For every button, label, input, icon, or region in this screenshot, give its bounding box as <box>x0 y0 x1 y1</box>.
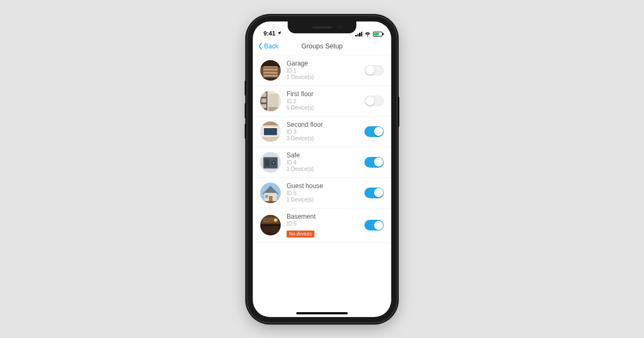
group-info: Guest houseID 51 Device(s) <box>287 182 358 204</box>
group-info: BasementID 6No devices <box>287 213 358 239</box>
group-toggle[interactable] <box>364 126 384 137</box>
group-toggle[interactable] <box>364 157 384 168</box>
wifi-icon <box>364 32 371 37</box>
group-info: SafeID 41 Device(s) <box>287 152 358 173</box>
group-name: Second floor <box>287 121 358 129</box>
toggle-knob <box>374 157 383 167</box>
group-thumbnail <box>260 183 281 203</box>
svg-rect-29 <box>266 195 268 198</box>
nav-bar: Back Groups Setup <box>253 38 391 55</box>
svg-rect-13 <box>268 94 279 107</box>
group-row[interactable]: First floorID 25 Device(s) <box>253 86 391 117</box>
screen: 9:41 <box>253 21 391 317</box>
group-info: Second floorID 33 Device(s) <box>287 121 358 142</box>
home-indicator[interactable] <box>296 312 348 314</box>
toggle-knob <box>374 127 383 136</box>
svg-rect-7 <box>260 77 281 81</box>
group-devices-count: 1 Device(s) <box>287 74 358 81</box>
phone-frame: 9:41 <box>247 16 397 322</box>
speaker-grill <box>312 26 332 28</box>
toggle-knob <box>374 188 383 197</box>
svg-rect-12 <box>261 104 267 108</box>
group-name: Basement <box>287 213 358 221</box>
battery-icon <box>373 32 383 37</box>
svg-rect-34 <box>262 226 279 233</box>
svg-rect-18 <box>260 136 281 142</box>
group-name: Garage <box>287 60 358 68</box>
svg-rect-19 <box>260 121 281 126</box>
toggle-knob <box>365 66 375 75</box>
svg-rect-14 <box>268 107 281 111</box>
svg-rect-30 <box>260 201 281 203</box>
group-name: First floor <box>287 90 358 98</box>
group-toggle[interactable] <box>364 188 384 198</box>
svg-rect-1 <box>260 60 281 67</box>
back-label: Back <box>264 42 279 50</box>
svg-rect-24 <box>265 159 270 166</box>
cellular-signal-icon <box>355 32 362 37</box>
group-devices-count: 3 Device(s) <box>287 135 358 142</box>
group-toggle[interactable] <box>364 96 384 106</box>
page-title: Groups Setup <box>301 42 342 50</box>
svg-rect-4 <box>264 70 278 72</box>
group-thumbnail <box>260 60 281 81</box>
group-thumbnail <box>260 215 281 235</box>
notch <box>288 21 356 33</box>
group-row[interactable]: BasementID 6No devices <box>253 208 391 243</box>
group-id: ID 4 <box>287 160 358 167</box>
group-row[interactable]: Second floorID 33 Device(s) <box>253 117 391 147</box>
front-camera <box>339 25 342 29</box>
back-button[interactable]: Back <box>257 42 279 50</box>
svg-rect-17 <box>264 128 277 135</box>
status-left: 9:41 <box>264 30 282 37</box>
group-id: ID 1 <box>287 68 358 75</box>
group-row[interactable]: Guest houseID 51 Device(s) <box>253 178 391 208</box>
svg-rect-11 <box>261 98 267 103</box>
toggle-knob <box>365 96 375 105</box>
status-right <box>355 32 383 37</box>
svg-point-23 <box>273 162 274 163</box>
group-name: Guest house <box>287 182 358 190</box>
status-time: 9:41 <box>264 30 275 37</box>
group-id: ID 2 <box>287 98 358 105</box>
group-info: GarageID 11 Device(s) <box>287 60 358 81</box>
group-row[interactable]: GarageID 11 Device(s) <box>253 55 391 86</box>
svg-rect-10 <box>261 92 267 97</box>
group-id: ID 6 <box>287 221 358 228</box>
group-thumbnail <box>260 152 281 172</box>
no-devices-badge: No devices <box>287 231 314 238</box>
location-arrow-icon <box>277 31 282 35</box>
group-thumbnail <box>260 91 281 111</box>
svg-point-35 <box>274 219 277 222</box>
group-row[interactable]: SafeID 41 Device(s) <box>253 147 391 178</box>
svg-rect-5 <box>264 73 278 75</box>
groups-list[interactable]: GarageID 11 Device(s)First floorID 25 De… <box>253 55 391 317</box>
group-name: Safe <box>287 152 358 160</box>
group-id: ID 3 <box>287 129 358 136</box>
group-devices-count: 5 Device(s) <box>287 105 358 112</box>
group-devices-count: 1 Device(s) <box>287 166 358 173</box>
svg-rect-3 <box>264 67 278 69</box>
group-id: ID 5 <box>287 190 358 197</box>
group-toggle[interactable] <box>364 65 384 76</box>
toggle-knob <box>374 221 383 230</box>
group-toggle[interactable] <box>364 220 384 231</box>
group-thumbnail <box>260 121 281 142</box>
group-info: First floorID 25 Device(s) <box>287 90 358 112</box>
chevron-left-icon <box>257 42 264 50</box>
group-devices-count: 1 Device(s) <box>287 197 358 204</box>
